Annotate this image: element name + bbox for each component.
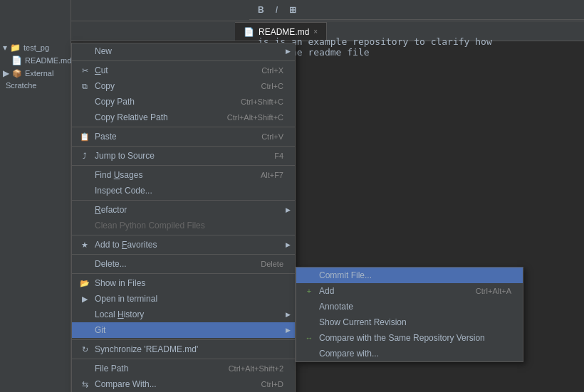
- show-files-icon: 📂: [79, 279, 90, 288]
- menu-item-copy-rel-path[interactable]: Copy Relative Path Ctrl+Alt+Shift+C: [72, 110, 295, 125]
- menu-item-open-terminal[interactable]: ▶ Open in terminal: [72, 291, 295, 307]
- submenu-label-compare-with: Compare with...: [319, 349, 379, 359]
- tree-root[interactable]: ▾ 📁 test_pg: [0, 41, 71, 54]
- favorites-icon: ★: [79, 240, 90, 250]
- submenu-label-annotate: Annotate: [319, 302, 353, 312]
- menu-item-local-history[interactable]: Local History: [72, 307, 295, 322]
- menu-item-new[interactable]: New: [72, 43, 295, 59]
- submenu-item-compare-with[interactable]: Compare with...: [296, 346, 523, 361]
- readme-file-icon: 📄: [11, 55, 22, 65]
- menu-label-copy-rel-path: Copy Relative Path: [95, 112, 168, 122]
- divider-10: [72, 359, 295, 359]
- tree-file-label: README.md: [25, 56, 71, 65]
- menu-item-cut[interactable]: ✂ Cut Ctrl+X: [72, 63, 295, 78]
- divider-2: [72, 127, 295, 127]
- menu-label-delete: Delete...: [95, 259, 127, 269]
- submenu-item-annotate[interactable]: Annotate: [296, 299, 523, 314]
- menu-item-delete[interactable]: Delete... Delete: [72, 256, 295, 272]
- menu-item-sync[interactable]: ↻ Synchronize 'README.md': [72, 341, 295, 357]
- divider-4: [72, 165, 295, 166]
- menu-label-sync: Synchronize 'README.md': [95, 344, 198, 354]
- menu-label-open-terminal: Open in terminal: [95, 294, 157, 304]
- external-label: 📦: [12, 69, 22, 78]
- menu-item-find-usages[interactable]: Find Usages Alt+F7: [72, 167, 295, 183]
- menu-label-refactor: Refactor: [95, 205, 127, 215]
- submenu-label-commit: Commit File...: [319, 270, 372, 280]
- menu-item-compare[interactable]: ⇆ Compare With... Ctrl+D: [72, 376, 295, 392]
- bold-button[interactable]: B: [255, 4, 267, 16]
- menu-label-cut: Cut: [95, 65, 108, 75]
- divider-3: [72, 146, 295, 147]
- collapse-icon: ▾: [3, 43, 7, 53]
- submenu-label-show-revision: Show Current Revision: [319, 317, 407, 327]
- add-icon: +: [303, 287, 315, 295]
- menu-label-inspect: Inspect Code...: [95, 186, 152, 196]
- submenu-item-show-revision[interactable]: Show Current Revision: [296, 314, 523, 330]
- delete-shortcut: Delete: [261, 260, 283, 268]
- tree-root-label: test_pg: [24, 43, 49, 52]
- menu-item-git[interactable]: Git: [72, 322, 295, 338]
- divider-8: [72, 273, 295, 274]
- italic-button[interactable]: I: [273, 4, 281, 16]
- scratches-label: Scratche: [3, 81, 36, 90]
- find-usages-shortcut: Alt+F7: [261, 171, 283, 179]
- tree-scratches[interactable]: Scratche: [0, 80, 71, 91]
- cut-shortcut: Ctrl+X: [261, 66, 283, 75]
- compare-icon: ⇆: [79, 380, 90, 389]
- menu-label-jump-source: Jump to Source: [95, 151, 155, 161]
- external-icon: ▶: [3, 68, 9, 78]
- submenu-item-add[interactable]: + Add Ctrl+Alt+A: [296, 283, 523, 299]
- paste-icon: 📋: [79, 132, 90, 142]
- submenu-item-compare-repo[interactable]: ↔ Compare with the Same Repository Versi…: [296, 330, 523, 346]
- jump-source-icon: ⤴: [79, 152, 90, 160]
- sync-icon: ↻: [79, 345, 90, 354]
- file-path-shortcut: Ctrl+Alt+Shift+2: [229, 364, 283, 373]
- paste-shortcut: Ctrl+V: [261, 132, 283, 141]
- tree-file[interactable]: 📄 README.md: [0, 54, 71, 67]
- menu-label-paste: Paste: [95, 132, 117, 142]
- context-menu: New ✂ Cut Ctrl+X ⧉ Copy Ctrl+C Copy Path: [71, 43, 296, 392]
- ide-background: 📁 Project ▾ ⚙ ⇅ ⚙ ⚡ 📄 README.md × B I ⊞ …: [0, 0, 584, 392]
- copy-path-shortcut: Ctrl+Shift+C: [241, 97, 283, 106]
- divider-5: [72, 200, 295, 201]
- menu-label-compare: Compare With...: [95, 379, 157, 389]
- jump-source-shortcut: F4: [274, 152, 283, 160]
- sidebar: ▾ 📁 test_pg 📄 README.md ▶ 📦 External Scr…: [0, 0, 71, 392]
- copy-rel-path-shortcut: Ctrl+Alt+Shift+C: [227, 113, 283, 122]
- divider-9: [72, 339, 295, 340]
- menu-label-git: Git: [95, 325, 105, 335]
- menu-label-favorites: Add to Favorites: [95, 240, 157, 250]
- submenu-label-add: Add: [319, 286, 334, 296]
- menu-item-paste[interactable]: 📋 Paste Ctrl+V: [72, 129, 295, 144]
- add-shortcut: Ctrl+Alt+A: [476, 287, 511, 295]
- menu-label-copy: Copy: [95, 81, 115, 91]
- menu-item-favorites[interactable]: ★ Add to Favorites: [72, 237, 295, 253]
- editor-toolbar: B I ⊞: [249, 0, 584, 20]
- divider-7: [72, 254, 295, 255]
- root-folder-icon: 📁: [10, 43, 21, 53]
- git-submenu: Commit File... + Add Ctrl+Alt+A Annotate…: [296, 267, 523, 362]
- menu-item-clean: Clean Python Compiled Files: [72, 218, 295, 233]
- menu-label-file-path: File Path: [95, 364, 128, 374]
- menu-label-find-usages: Find Usages: [95, 170, 142, 180]
- menu-label-clean: Clean Python Compiled Files: [95, 221, 205, 231]
- terminal-icon: ▶: [79, 295, 90, 304]
- menu-item-show-files[interactable]: 📂 Show in Files: [72, 275, 295, 291]
- tree-external[interactable]: ▶ 📦 External: [0, 67, 71, 80]
- compare-shortcut: Ctrl+D: [261, 380, 283, 388]
- menu-item-inspect[interactable]: Inspect Code...: [72, 183, 295, 198]
- divider-1: [72, 60, 295, 61]
- compare-repo-icon: ↔: [303, 334, 315, 342]
- table-button[interactable]: ⊞: [286, 4, 299, 16]
- submenu-label-compare-repo: Compare with the Same Repository Version: [319, 333, 485, 343]
- menu-item-file-path[interactable]: File Path Ctrl+Alt+Shift+2: [72, 361, 295, 376]
- tree-external-label: External: [25, 69, 53, 78]
- menu-item-refactor[interactable]: Refactor: [72, 202, 295, 218]
- submenu-item-commit[interactable]: Commit File...: [296, 267, 523, 283]
- menu-item-jump-source[interactable]: ⤴ Jump to Source F4: [72, 148, 295, 164]
- menu-item-copy[interactable]: ⧉ Copy Ctrl+C: [72, 78, 295, 94]
- menu-item-copy-path[interactable]: Copy Path Ctrl+Shift+C: [72, 94, 295, 110]
- menu-label-local-history: Local History: [95, 309, 144, 319]
- cut-icon: ✂: [79, 66, 90, 75]
- copy-shortcut: Ctrl+C: [261, 82, 283, 90]
